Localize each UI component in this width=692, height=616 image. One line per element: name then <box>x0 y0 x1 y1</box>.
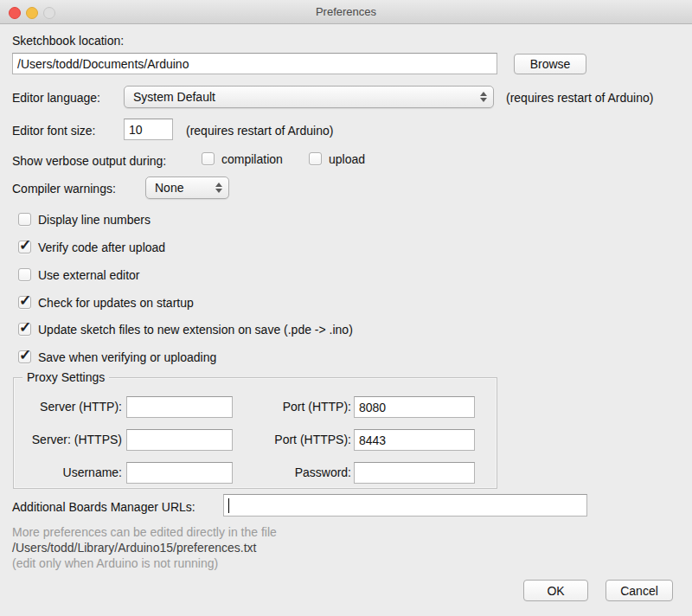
checkbox-box[interactable] <box>18 213 31 226</box>
username-label: Username: <box>14 462 122 484</box>
checkbox-box[interactable] <box>18 268 31 281</box>
checkbox-save-when-verifying[interactable]: ✓ Save when verifying or uploading <box>18 350 216 364</box>
font-size-restart-note: (requires restart of Arduino) <box>186 124 333 138</box>
ok-button-label: OK <box>547 584 564 598</box>
checkbox-update-sketch-extension[interactable]: ✓ Update sketch files to new extension o… <box>18 323 353 337</box>
checkbox-box[interactable]: ✓ <box>18 241 31 253</box>
server-https-label: Server: (HTTPS) <box>14 429 122 451</box>
password-input[interactable] <box>354 462 475 484</box>
preferences-window: Preferences Sketchbook location: Browse … <box>0 0 692 616</box>
checkbox-box[interactable]: ✓ <box>18 350 31 363</box>
checkbox-compilation[interactable]: compilation <box>202 152 283 166</box>
proxy-settings-group: Proxy Settings Server (HTTP): Port (HTTP… <box>13 377 497 489</box>
language-restart-note: (requires restart of Arduino) <box>506 91 653 105</box>
editor-language-value: System Default <box>133 90 215 104</box>
port-http-input[interactable] <box>354 396 475 418</box>
checkbox-label: Update sketch files to new extension on … <box>38 323 353 337</box>
preferences-file-path: /Users/todd/Library/Arduino15/preference… <box>12 541 256 555</box>
editor-language-label: Editor language: <box>12 91 100 105</box>
checkbox-box[interactable]: ✓ <box>18 296 31 309</box>
cancel-button[interactable]: Cancel <box>606 580 673 601</box>
verbose-output-label: Show verbose output during: <box>12 154 166 168</box>
footer-note-1: More preferences can be edited directly … <box>12 525 277 539</box>
editor-language-select[interactable]: System Default <box>124 86 494 108</box>
compiler-warnings-select[interactable]: None <box>145 176 229 199</box>
footer-note-2: (edit only when Arduino is not running) <box>12 556 218 570</box>
ok-button[interactable]: OK <box>523 580 588 601</box>
editor-font-size-label: Editor font size: <box>12 124 96 138</box>
checkbox-box[interactable] <box>202 152 215 165</box>
browse-button[interactable]: Browse <box>514 54 586 74</box>
checkbox-label: Save when verifying or uploading <box>38 350 216 364</box>
browse-button-label: Browse <box>530 57 571 71</box>
editor-font-size-input[interactable] <box>124 119 173 140</box>
checkbox-label: Verify code after upload <box>38 241 165 254</box>
boards-manager-urls-label: Additional Boards Manager URLs: <box>12 500 195 514</box>
checkmark-icon: ✓ <box>19 238 31 253</box>
checkbox-display-line-numbers[interactable]: Display line numbers <box>18 213 151 227</box>
checkbox-label: Display line numbers <box>38 213 151 227</box>
server-https-input[interactable] <box>126 429 233 451</box>
stepper-icon <box>215 183 222 193</box>
stepper-icon <box>480 92 487 102</box>
checkmark-icon: ✓ <box>19 320 31 335</box>
checkbox-label: compilation <box>221 152 283 166</box>
checkbox-verify-code-after-upload[interactable]: ✓ Verify code after upload <box>18 241 165 254</box>
compiler-warnings-label: Compiler warnings: <box>12 182 116 196</box>
checkbox-box[interactable]: ✓ <box>18 323 31 336</box>
port-http-label: Port (HTTP): <box>234 396 351 418</box>
port-https-label: Port (HTTPS): <box>234 429 351 451</box>
checkbox-label: upload <box>329 152 365 166</box>
checkmark-icon: ✓ <box>19 348 31 363</box>
checkbox-box[interactable] <box>309 152 322 165</box>
sketchbook-location-input[interactable] <box>12 53 497 74</box>
titlebar[interactable]: Preferences <box>0 0 692 24</box>
boards-manager-urls-input[interactable] <box>223 494 587 517</box>
checkmark-icon: ✓ <box>19 293 31 308</box>
password-label: Password: <box>234 462 351 484</box>
port-https-input[interactable] <box>354 429 475 451</box>
text-caret <box>228 498 229 513</box>
window-title: Preferences <box>0 5 692 18</box>
checkbox-label: Use external editor <box>38 268 140 282</box>
checkbox-use-external-editor[interactable]: Use external editor <box>18 268 140 282</box>
username-input[interactable] <box>126 462 233 484</box>
checkbox-upload[interactable]: upload <box>309 152 365 166</box>
proxy-settings-legend: Proxy Settings <box>22 370 109 384</box>
server-http-label: Server (HTTP): <box>14 396 122 418</box>
sketchbook-location-label: Sketchbook location: <box>12 34 124 48</box>
checkbox-check-updates-startup[interactable]: ✓ Check for updates on startup <box>18 296 194 310</box>
server-http-input[interactable] <box>126 396 233 418</box>
cancel-button-label: Cancel <box>620 584 658 598</box>
compiler-warnings-value: None <box>155 181 183 195</box>
checkbox-label: Check for updates on startup <box>38 296 194 310</box>
